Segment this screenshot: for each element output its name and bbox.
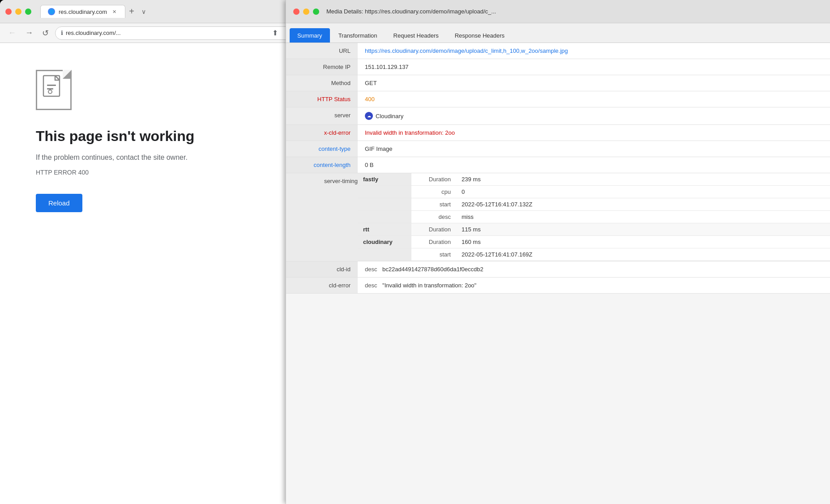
st-row-fastly: fastly Duration 239 ms [358, 173, 830, 186]
cloudinary-label: Cloudinary [376, 113, 403, 120]
st-key-duration-cloudinary: Duration [411, 236, 456, 248]
row-method: Method GET [286, 75, 830, 91]
row-cld-id: cld-id desc bc22ad4491427878d60d6da1f0ec… [286, 261, 830, 278]
cld-id-value: bc22ad4491427878d60d6da1f0eccdb2 [382, 266, 483, 273]
st-key-desc-fastly: desc [411, 211, 456, 223]
tab-response-headers[interactable]: Response Headers [447, 28, 512, 43]
st-row-fastly-cpu: cpu 0 [358, 186, 830, 198]
address-secure-icon: ℹ [61, 30, 63, 36]
st-val-cpu: 0 [456, 186, 830, 198]
tab-label: res.cloudinary.com [59, 9, 107, 15]
label-http-status: HTTP Status [286, 91, 358, 107]
tab-transformation[interactable]: Transformation [331, 28, 385, 43]
st-key-duration-fastly: Duration [411, 173, 456, 186]
st-val-duration-cloudinary: 160 ms [456, 236, 830, 248]
st-row-rtt: rtt Duration 115 ms [358, 223, 830, 236]
st-val-start-cloudinary: 2022-05-12T16:41:07.169Z [456, 248, 830, 261]
media-details-tabs: Summary Transformation Request Headers R… [286, 23, 830, 43]
row-server: server ☁ Cloudinary [286, 107, 830, 125]
row-cld-error: cld-error desc "Invalid width in transfo… [286, 278, 830, 294]
st-row-fastly-desc: desc miss [358, 211, 830, 223]
maximize-button[interactable] [25, 9, 31, 15]
cld-error-value: "Invalid width in transformation: 2oo" [382, 282, 476, 289]
error-icon [36, 70, 72, 110]
value-server-timing: fastly Duration 239 ms cpu 0 [358, 173, 830, 261]
minimize-button[interactable] [15, 9, 21, 15]
tab-request-headers[interactable]: Request Headers [386, 28, 446, 43]
tab-close-button[interactable]: ✕ [111, 8, 118, 15]
label-remote-ip: Remote IP [286, 59, 358, 75]
st-spacer-1 [358, 186, 411, 198]
row-remote-ip: Remote IP 151.101.129.137 [286, 59, 830, 75]
devtools-minimize-button[interactable] [303, 9, 309, 15]
tab-list-chevron[interactable]: ∨ [141, 8, 146, 15]
devtools-close-button[interactable] [293, 9, 299, 15]
cloudinary-server-info: ☁ Cloudinary [365, 112, 823, 120]
value-server: ☁ Cloudinary [358, 107, 830, 125]
address-url: res.cloudinary.com/... [66, 30, 267, 36]
svg-point-3 [48, 90, 52, 94]
value-remote-ip: 151.101.129.137 [358, 59, 830, 75]
devtools-maximize-button[interactable] [313, 9, 319, 15]
row-content-type: content-type GIF Image [286, 141, 830, 157]
st-val-start-fastly: 2022-05-12T16:41:07.132Z [456, 198, 830, 211]
svg-rect-1 [47, 85, 56, 86]
details-table: URL https://res.cloudinary.com/demo/imag… [286, 43, 830, 294]
traffic-lights [5, 9, 31, 15]
error-description: If the problem continues, contact the si… [36, 154, 304, 162]
new-tab-button[interactable]: + [125, 6, 138, 17]
devtools-traffic-lights [293, 9, 319, 15]
st-key-start-fastly: start [411, 198, 456, 211]
media-details-content: URL https://res.cloudinary.com/demo/imag… [286, 43, 830, 504]
devtools-title: Media Details: https://res.cloudinary.co… [326, 8, 496, 15]
tab-favicon: 🌐 [48, 8, 55, 15]
st-name-fastly: fastly [358, 173, 411, 186]
st-key-duration-rtt: Duration [411, 223, 456, 236]
row-content-length: content-length 0 B [286, 157, 830, 173]
value-x-cld-error: Invalid width in transformation: 2oo [358, 125, 830, 141]
label-x-cld-error: x-cld-error [286, 125, 358, 141]
reload-page-button[interactable]: Reload [36, 194, 82, 212]
label-url: URL [286, 43, 358, 59]
st-row-cloudinary-start: start 2022-05-12T16:41:07.169Z [358, 248, 830, 261]
cld-id-sublabel: desc [365, 266, 377, 273]
back-button[interactable]: ← [5, 26, 19, 39]
close-button[interactable] [5, 9, 12, 15]
forward-button[interactable]: → [22, 26, 36, 39]
svg-rect-2 [47, 88, 53, 90]
label-server-timing: server-timing [286, 173, 358, 261]
value-cld-id: desc bc22ad4491427878d60d6da1f0eccdb2 [358, 261, 830, 278]
label-cld-error: cld-error [286, 278, 358, 294]
browser-tab[interactable]: 🌐 res.cloudinary.com ✕ [40, 5, 125, 18]
value-method: GET [358, 75, 830, 91]
cloudinary-icon: ☁ [365, 112, 373, 120]
st-val-desc-fastly: miss [456, 211, 830, 223]
reload-button[interactable]: ↺ [39, 26, 51, 40]
row-url: URL https://res.cloudinary.com/demo/imag… [286, 43, 830, 59]
tab-summary[interactable]: Summary [290, 28, 330, 43]
row-http-status: HTTP Status 400 [286, 91, 830, 107]
st-val-duration-rtt: 115 ms [456, 223, 830, 236]
label-method: Method [286, 75, 358, 91]
st-spacer-3 [358, 211, 411, 223]
st-spacer-4 [358, 248, 411, 261]
st-name-cloudinary: cloudinary [358, 236, 411, 248]
devtools-panel: Media Details: https://res.cloudinary.co… [286, 0, 830, 504]
label-content-length: content-length [286, 157, 358, 173]
st-key-start-cloudinary: start [411, 248, 456, 261]
value-url: https://res.cloudinary.com/demo/image/up… [358, 43, 830, 59]
label-cld-id: cld-id [286, 261, 358, 278]
st-spacer-2 [358, 198, 411, 211]
cld-error-sublabel: desc [365, 282, 377, 289]
error-title: This page isn't working [36, 128, 304, 145]
value-cld-error: desc "Invalid width in transformation: 2… [358, 278, 830, 294]
url-link[interactable]: https://res.cloudinary.com/demo/image/up… [365, 47, 568, 54]
st-row-cloudinary: cloudinary Duration 160 ms [358, 236, 830, 248]
row-x-cld-error: x-cld-error Invalid width in transformat… [286, 125, 830, 141]
value-content-type: GIF Image [358, 141, 830, 157]
st-row-fastly-start: start 2022-05-12T16:41:07.132Z [358, 198, 830, 211]
label-content-type: content-type [286, 141, 358, 157]
share-icon: ⬆ [270, 27, 281, 39]
value-http-status: 400 [358, 91, 830, 107]
error-code: HTTP ERROR 400 [36, 169, 304, 176]
